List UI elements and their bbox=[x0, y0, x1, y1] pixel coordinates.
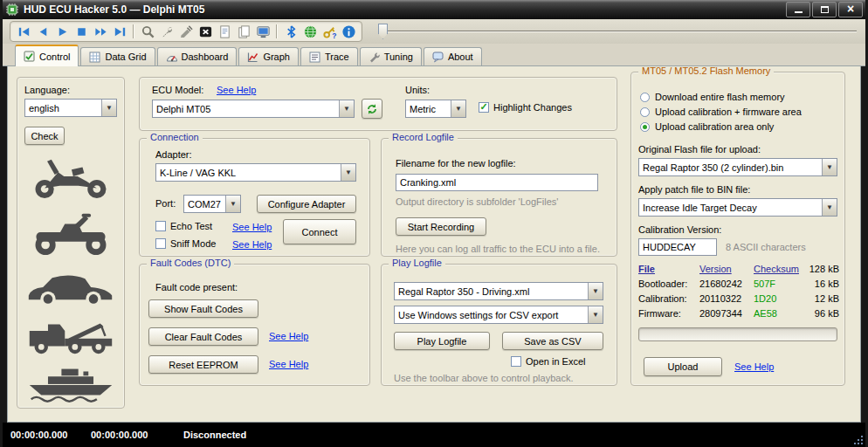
ecu-model-select[interactable]: Delphi MT05 ▼ bbox=[152, 100, 355, 118]
resize-grip[interactable] bbox=[852, 434, 864, 445]
clear-fault-codes-button[interactable]: Clear Fault Codes bbox=[148, 327, 258, 346]
globe-icon[interactable] bbox=[301, 23, 319, 40]
adapter-select[interactable]: K-Line / VAG KKL ▼ bbox=[155, 163, 356, 182]
chevron-down-icon[interactable]: ▼ bbox=[339, 100, 354, 117]
trace-icon bbox=[309, 52, 320, 63]
echo-test-checkbox[interactable]: Echo Test bbox=[155, 221, 212, 231]
fault-codes-group: Fault Codes (DTC) Fault code present: Sh… bbox=[139, 264, 370, 386]
chevron-down-icon[interactable]: ▼ bbox=[451, 100, 465, 117]
title-bar[interactable]: HUD ECU Hacker 5.0 — Delphi MT05 × bbox=[3, 0, 865, 19]
patch-file-select[interactable]: Increase Idle Target Decay ▼ bbox=[638, 198, 837, 217]
logfile-select[interactable]: Regal Raptor 350 - Driving.xml ▼ bbox=[394, 282, 603, 300]
chevron-down-icon[interactable]: ▼ bbox=[341, 164, 355, 181]
copy-icon[interactable] bbox=[235, 23, 252, 40]
nav-stop-icon[interactable] bbox=[72, 23, 90, 40]
calibration-version-label: Calibration Version: bbox=[638, 224, 721, 235]
play-logfile-group: Play Logfile Regal Raptor 350 - Driving.… bbox=[381, 264, 617, 386]
maximize-icon bbox=[821, 6, 829, 13]
language-label: Language: bbox=[24, 85, 70, 95]
col-checksum[interactable]: Checksum bbox=[754, 264, 806, 274]
highlight-changes-checkbox[interactable]: Highlight Changes bbox=[479, 102, 572, 113]
check-language-button[interactable]: Check bbox=[24, 127, 65, 145]
tab-about[interactable]: About bbox=[424, 47, 482, 65]
configure-adapter-button[interactable]: Configure Adapter bbox=[257, 195, 356, 213]
col-file[interactable]: File bbox=[638, 264, 699, 274]
magnifier-icon[interactable] bbox=[139, 23, 156, 40]
chevron-down-icon[interactable]: ▼ bbox=[588, 306, 603, 323]
key-help-icon[interactable]: ? bbox=[320, 23, 338, 40]
refresh-ecu-button[interactable] bbox=[362, 99, 382, 119]
original-flash-select[interactable]: Regal Raptor 350 (2 cylinder).bin ▼ bbox=[638, 158, 837, 176]
playback-slider[interactable] bbox=[376, 22, 858, 41]
sniff-mode-help-link[interactable]: See Help bbox=[232, 239, 272, 250]
nav-prev-icon[interactable] bbox=[34, 23, 52, 40]
radio-upload-calibration-firmware-area[interactable]: Upload calibration + firmware area bbox=[640, 107, 802, 117]
clear-fault-help-link[interactable]: See Help bbox=[269, 331, 308, 341]
chevron-down-icon[interactable]: ▼ bbox=[822, 159, 837, 175]
start-recording-button[interactable]: Start Recording bbox=[396, 217, 486, 236]
tab-label: Graph bbox=[263, 52, 290, 62]
tab-dashboard[interactable]: Dashboard bbox=[157, 47, 238, 65]
tab-label: Data Grid bbox=[105, 52, 146, 62]
toolbar: ? bbox=[3, 19, 865, 44]
connect-button[interactable]: Connect bbox=[283, 219, 356, 244]
chevron-down-icon[interactable]: ▼ bbox=[822, 199, 837, 216]
ecu-see-help-link[interactable]: See Help bbox=[217, 85, 256, 95]
flash-table-cell: 20110322 bbox=[699, 293, 754, 304]
tab-graph[interactable]: Graph bbox=[238, 47, 299, 65]
chevron-down-icon[interactable]: ▼ bbox=[225, 196, 240, 212]
tab-control[interactable]: Control bbox=[15, 45, 79, 66]
port-select[interactable]: COM27 ▼ bbox=[183, 195, 241, 213]
flash-table-cell: Bootloader: bbox=[638, 279, 699, 289]
slider-track[interactable] bbox=[378, 31, 857, 32]
toolbar-separator bbox=[133, 24, 134, 38]
upload-button[interactable]: Upload bbox=[644, 357, 722, 376]
delete-x-icon[interactable] bbox=[196, 23, 214, 40]
nav-first-icon[interactable] bbox=[15, 23, 32, 40]
close-button[interactable]: × bbox=[838, 2, 863, 17]
logfile-name-input[interactable] bbox=[396, 174, 598, 191]
units-select[interactable]: Metric ▼ bbox=[405, 100, 466, 118]
play-logfile-button[interactable]: Play Logfile bbox=[394, 332, 490, 350]
nav-play-icon[interactable] bbox=[53, 23, 71, 40]
syringe-icon[interactable] bbox=[177, 23, 195, 40]
tab-trace[interactable]: Trace bbox=[300, 47, 358, 65]
sniff-mode-label: Sniff Mode bbox=[170, 238, 216, 249]
slider-thumb[interactable] bbox=[378, 24, 388, 39]
minimize-button[interactable] bbox=[786, 2, 810, 17]
document-icon[interactable] bbox=[216, 23, 233, 40]
units-value: Metric bbox=[406, 100, 451, 117]
save-as-csv-button[interactable]: Save as CSV bbox=[502, 332, 603, 350]
reset-eeprom-help-link[interactable]: See Help bbox=[269, 359, 308, 369]
info-icon[interactable] bbox=[340, 23, 357, 40]
wrench-icon[interactable] bbox=[158, 23, 176, 40]
play-logfile-group-title: Play Logfile bbox=[389, 258, 445, 268]
sniff-mode-checkbox[interactable]: Sniff Mode bbox=[155, 238, 216, 249]
flash-memory-group-title: MT05 / MT05.2 Flash Memory bbox=[638, 66, 774, 76]
tab-data-grid[interactable]: Data Grid bbox=[80, 47, 155, 65]
chevron-down-icon[interactable]: ▼ bbox=[588, 283, 603, 299]
flash-table-cell: 507F bbox=[754, 279, 806, 289]
screen-icon[interactable] bbox=[254, 23, 272, 40]
reset-eeprom-button[interactable]: Reset EEPROM bbox=[148, 355, 258, 374]
nav-fastforward-icon[interactable] bbox=[92, 23, 109, 40]
nav-last-icon[interactable] bbox=[111, 23, 128, 40]
chevron-down-icon[interactable]: ▼ bbox=[101, 100, 116, 116]
port-label: Port: bbox=[155, 198, 176, 209]
open-in-excel-checkbox[interactable]: Open in Excel bbox=[511, 356, 585, 367]
csv-settings-select[interactable]: Use Windows settings for CSV export ▼ bbox=[394, 306, 603, 324]
radio-download-entire-flash-memory[interactable]: Download entire flash memory bbox=[640, 92, 785, 102]
language-select[interactable]: english ▼ bbox=[24, 99, 117, 117]
calibration-version-input[interactable] bbox=[638, 238, 717, 256]
log-time: 00:00:00.000 bbox=[91, 430, 171, 440]
bluetooth-icon[interactable] bbox=[282, 23, 300, 40]
maximize-button[interactable] bbox=[812, 2, 837, 17]
flash-table-cell: 1D20 bbox=[754, 293, 806, 304]
tab-tuning[interactable]: Tuning bbox=[360, 47, 422, 65]
record-logfile-group-title: Record Logfile bbox=[389, 132, 458, 142]
show-fault-codes-button[interactable]: Show Fault Codes bbox=[148, 299, 258, 318]
echo-test-help-link[interactable]: See Help bbox=[232, 222, 272, 232]
col-version[interactable]: Version bbox=[699, 264, 754, 274]
radio-upload-calibration-area-only[interactable]: Upload calibration area only bbox=[640, 121, 774, 132]
upload-help-link[interactable]: See Help bbox=[734, 361, 774, 372]
